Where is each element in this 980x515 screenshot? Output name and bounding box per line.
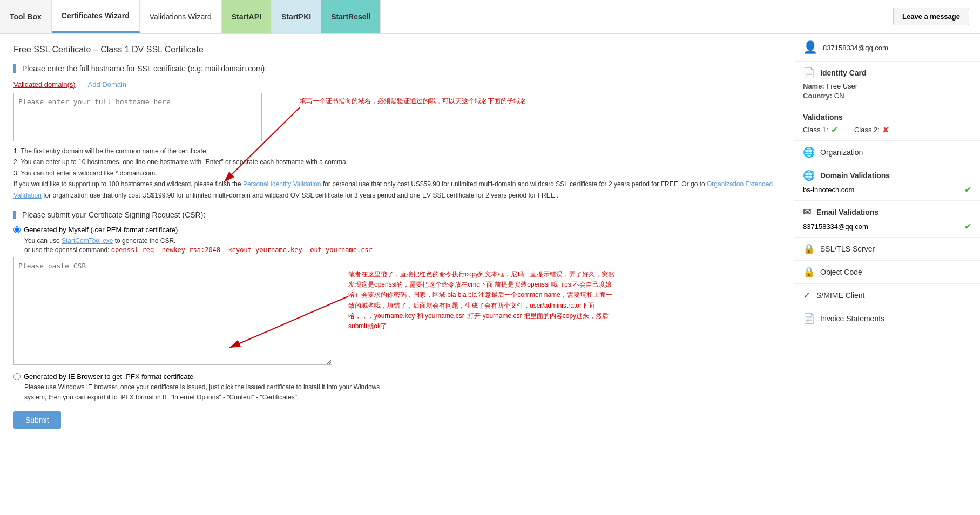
invoice-title: Invoice Statements: [820, 314, 884, 323]
country-value: CN: [834, 92, 844, 100]
org-extended-link[interactable]: Organization Extended Validation: [13, 180, 773, 199]
ssl-tls-title: SSL/TLS Server: [820, 245, 875, 253]
name-value: Free User: [826, 82, 857, 90]
csr-option2-label: Generated by IE Browser to get .PFX form…: [24, 372, 193, 381]
object-code-section[interactable]: 🔒 Object Code: [794, 261, 980, 284]
domain-check-icon: ✔: [964, 185, 971, 195]
email-val-value: 837158334@qq.com: [803, 222, 868, 231]
smime-section[interactable]: ✓ S/MIME Client: [794, 284, 980, 307]
csr-option1-label: Generated by Myself (.cer PEM format cer…: [24, 226, 178, 234]
leave-message-button[interactable]: Leave a message: [893, 8, 969, 25]
tab-certificates-wizard[interactable]: Certificates Wizard: [52, 0, 140, 33]
identity-card-section: 📄 Identity Card Name: Free User Country:…: [794, 62, 980, 107]
top-nav: Tool Box Certificates Wizard Validations…: [0, 0, 980, 34]
section1-label: Please enter the full hostname for SSL c…: [13, 64, 780, 73]
validated-domain-label: Validated domain(s): [13, 80, 76, 89]
email-check-icon: ✔: [964, 221, 971, 232]
tab-validations-wizard[interactable]: Validations Wizard: [140, 0, 222, 33]
section2-label: Please submit your Certificate Signing R…: [13, 211, 780, 219]
domain-validations-title: 🌐 Domain Validations: [803, 170, 971, 181]
organization-title: Organization: [820, 148, 863, 157]
validations-section: Validations Class 1: ✔ Class 2: ✘: [794, 107, 980, 141]
csr-option1-row: Generated by Myself (.cer PEM format cer…: [13, 226, 780, 234]
tab-start-api[interactable]: StartAPI: [222, 0, 272, 33]
email-validations-title: ✉ Email Validations: [803, 206, 971, 218]
invoice-section[interactable]: 📄 Invoice Statements: [794, 307, 980, 330]
page-title: Free SSL Certificate – Class 1 DV SSL Ce…: [13, 45, 780, 55]
csr-option2-row: Generated by IE Browser to get .PFX form…: [13, 372, 780, 381]
object-code-title: Object Code: [820, 268, 862, 276]
add-domain-link[interactable]: Add Domain: [88, 80, 127, 89]
ssl-tls-section[interactable]: 🔒 SSL/TLS Server: [794, 238, 980, 261]
class2-cross-icon: ✘: [882, 125, 889, 135]
right-sidebar: 👤 837158334@qq.com 📄 Identity Card Name:…: [794, 34, 980, 515]
domain-val-value: bs-innotech.com: [803, 186, 854, 194]
tab-start-resell[interactable]: StartResell: [321, 0, 381, 33]
country-label: Country:: [803, 92, 832, 100]
hint-1: 1. The first entry domain will be the co…: [13, 146, 780, 157]
hints: 1. The first entry domain will be the co…: [13, 146, 780, 201]
csr-option1-cmd-row: or use the openssl command: openssl req …: [24, 246, 780, 254]
csr-option2-radio[interactable]: [13, 373, 21, 380]
class1-item: Class 1: ✔: [803, 125, 838, 135]
csr-textarea[interactable]: [13, 257, 332, 365]
sidebar-user-row: 👤 837158334@qq.com: [794, 34, 980, 62]
country-row: Country: CN: [803, 92, 971, 100]
code-icon: 🔒: [803, 266, 815, 278]
name-label: Name:: [803, 82, 824, 90]
validations-grid: Class 1: ✔ Class 2: ✘: [803, 125, 971, 135]
tab-start-pki[interactable]: StartPKI: [272, 0, 321, 33]
csr-option1-radio[interactable]: [13, 226, 21, 233]
email-val-row: 837158334@qq.com ✔: [803, 221, 971, 232]
domain-input-area: [13, 93, 780, 141]
user-email: 837158334@qq.com: [823, 44, 888, 52]
tab-tool-box[interactable]: Tool Box: [0, 0, 52, 33]
globe-icon: 🌐: [803, 146, 815, 158]
hint-2: 2. You can enter up to 10 hostnames, one…: [13, 157, 780, 167]
identity-card-title: 📄 Identity Card: [803, 67, 971, 79]
smime-title: S/MIME Client: [816, 291, 864, 300]
submit-button[interactable]: Submit: [13, 411, 61, 429]
class2-item: Class 2: ✘: [854, 125, 889, 135]
startcom-tool-link[interactable]: StartComTool.exe: [62, 237, 113, 245]
domain-textarea[interactable]: [13, 93, 262, 141]
hint-3: 3. You can not enter a wildcard like *.d…: [13, 168, 780, 179]
annotation-text-2: 笔者在这里傻了，直接把红色的命令执行copy到文本框，尼玛一直提示错误，弄了好久…: [348, 269, 618, 331]
main-layout: Free SSL Certificate – Class 1 DV SSL Ce…: [0, 34, 980, 515]
domain-val-row: bs-innotech.com ✔: [803, 185, 971, 195]
class1-check-icon: ✔: [831, 125, 838, 135]
class1-label: Class 1:: [803, 126, 828, 134]
cmd-code: openssl req -newkey rsa:2048 -keyout you…: [111, 246, 373, 254]
user-icon: 👤: [803, 40, 817, 55]
id-card-icon: 📄: [803, 67, 815, 79]
invoice-icon: 📄: [803, 313, 815, 324]
personal-identity-link[interactable]: Personal Identity Validation: [243, 180, 321, 188]
email-validations-section: ✉ Email Validations 837158334@qq.com ✔: [794, 201, 980, 238]
content-area: Free SSL Certificate – Class 1 DV SSL Ce…: [0, 34, 794, 515]
lock-icon: 🔒: [803, 243, 815, 255]
validations-title: Validations: [803, 113, 971, 121]
domain-validations-section: 🌐 Domain Validations bs-innotech.com ✔: [794, 164, 980, 201]
organization-section[interactable]: 🌐 Organization: [794, 141, 980, 164]
name-row: Name: Free User: [803, 82, 971, 90]
csr-option2-subtext: Please use Windows IE browser, once your…: [24, 382, 402, 403]
hint-4: If you would like to support up to 100 h…: [13, 179, 780, 201]
csr-option1-subtext1: You can use StartComTool.exe to generate…: [24, 237, 780, 245]
cmd-prefix: or use the openssl command:: [24, 246, 111, 254]
smime-icon: ✓: [803, 289, 811, 301]
email-icon: ✉: [803, 206, 811, 218]
domain-icon: 🌐: [803, 170, 815, 181]
annotation-container: Please enter the full hostname for SSL c…: [13, 64, 780, 429]
class2-label: Class 2:: [854, 126, 880, 134]
